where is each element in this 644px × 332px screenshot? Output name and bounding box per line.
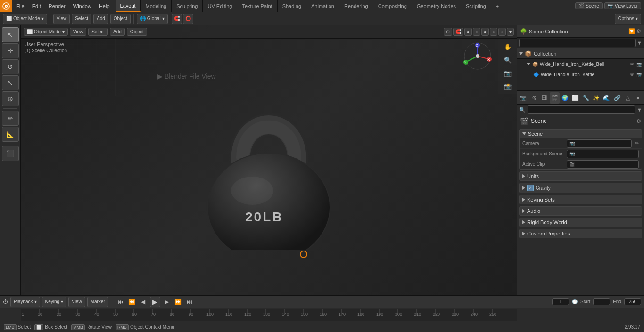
vp-shading-solid[interactable]: ● [481, 28, 489, 36]
vp-object-btn[interactable]: Object [127, 28, 147, 36]
outliner-item-kettle[interactable]: 🔷 Wide_Handle_Iron_Kettle 👁 📷 [517, 69, 644, 80]
prop-icon-particles[interactable]: ✨ [591, 92, 601, 104]
outliner-item-kettlebell[interactable]: 📦 Wide_Handle_Iron_Kettle_Bell 👁 📷 [517, 59, 644, 69]
item-vis-icon[interactable]: 👁 [630, 62, 635, 67]
tab-animation[interactable]: Animation [306, 0, 339, 12]
prop-icon-view-layer[interactable]: 🎞 [539, 92, 549, 104]
tool-scale[interactable]: ⤡ [2, 75, 19, 90]
vp-shading-mat[interactable]: ● [490, 28, 497, 36]
tool-rotate[interactable]: ↺ [2, 59, 19, 74]
item-render-icon[interactable]: 📷 [636, 62, 642, 67]
scene-section-options[interactable]: ⚙ [636, 118, 641, 124]
tool-move[interactable]: ✛ [2, 43, 19, 58]
tab-add[interactable]: + [491, 0, 504, 12]
units-section-header[interactable]: Units [520, 172, 642, 180]
prop-icon-render[interactable]: 📷 [518, 92, 528, 104]
gravity-checkbox[interactable]: ✓ [527, 185, 534, 191]
menu-file[interactable]: File [12, 0, 28, 12]
jump-start-btn[interactable]: ⏮ [116, 297, 125, 307]
add-btn[interactable]: Add [93, 14, 108, 24]
bg-scene-value[interactable]: 📷 [567, 150, 639, 158]
prop-icon-constraints[interactable]: 🔗 [612, 92, 622, 104]
marker-btn[interactable]: Marker [87, 297, 108, 307]
viewport-gizmo[interactable]: Z X Y [461, 40, 494, 73]
timeline-view-btn[interactable]: View [68, 297, 85, 307]
vp-view-btn[interactable]: View [70, 28, 87, 36]
vp-shading-render[interactable]: ● [498, 28, 506, 36]
outliner-search-input[interactable] [519, 39, 636, 47]
prop-icon-modifier[interactable]: 🔧 [581, 92, 591, 104]
options-btn[interactable]: Options ▾ [615, 14, 641, 24]
start-frame[interactable]: 1 [593, 298, 610, 305]
vp-shading-wire[interactable]: ○ [473, 28, 480, 36]
tool-annotate[interactable]: ✏ [2, 111, 19, 126]
menu-edit[interactable]: Edit [28, 0, 45, 12]
view-btn[interactable]: View [53, 14, 70, 24]
tool-add-cube[interactable]: ⬛ [2, 146, 19, 161]
vp-camera-icon[interactable]: 📷 [501, 67, 515, 79]
view-layer-selector[interactable]: 📷 View Layer [604, 2, 641, 9]
item2-render-icon[interactable]: 📷 [636, 72, 642, 77]
menu-render[interactable]: Render [45, 0, 69, 12]
prop-icon-material[interactable]: ● [633, 92, 643, 104]
keying-btn[interactable]: Keying ▾ [42, 297, 67, 307]
snap-toggle[interactable]: 🧲 [172, 14, 182, 24]
tab-shading[interactable]: Shading [278, 0, 306, 12]
vp-display-btn[interactable]: ● [464, 28, 472, 36]
item2-vis-icon[interactable]: 👁 [630, 72, 635, 77]
vp-screenshot-icon[interactable]: 📸 [501, 80, 515, 92]
end-frame[interactable]: 250 [624, 298, 641, 305]
prop-icon-scene[interactable]: 🎬 [550, 92, 560, 104]
custom-props-header[interactable]: Custom Properties [520, 229, 642, 238]
viewport-3d[interactable]: ⬜ Object Mode ▾ View Select Add Object ⊙… [21, 25, 517, 295]
audio-section-header[interactable]: Audio [520, 207, 642, 215]
keying-sets-header[interactable]: Keying Sets [520, 195, 642, 204]
outliner-filter-icon[interactable]: ▼ [637, 40, 642, 46]
tab-layout[interactable]: Layout [116, 0, 141, 12]
tab-compositing[interactable]: Compositing [373, 0, 412, 12]
prop-icon-output[interactable]: 🖨 [528, 92, 538, 104]
tab-rendering[interactable]: Rendering [339, 0, 373, 12]
vp-select-btn[interactable]: Select [88, 28, 108, 36]
tool-transform[interactable]: ⊕ [2, 91, 19, 106]
prop-icon-object[interactable]: ⬜ [570, 92, 580, 104]
menu-help[interactable]: Help [95, 0, 114, 12]
rigid-body-header[interactable]: Rigid Body World [520, 218, 642, 227]
next-frame-btn[interactable]: ⏩ [173, 297, 183, 307]
next-keyframe-btn[interactable]: ▶ [162, 297, 172, 307]
tab-modeling[interactable]: Modeling [141, 0, 172, 12]
vp-add-btn[interactable]: Add [110, 28, 125, 36]
prop-icon-data[interactable]: △ [623, 92, 633, 104]
vp-options-btn[interactable]: ▾ [507, 28, 514, 36]
prop-icon-world[interactable]: 🌍 [560, 92, 570, 104]
outliner-filter-btn[interactable]: 🔽 [628, 28, 635, 34]
active-clip-value[interactable]: 🎬 [567, 160, 639, 169]
scene-section-header[interactable]: Scene [520, 130, 642, 138]
prop-filter-input[interactable] [528, 105, 635, 114]
object-btn[interactable]: Object [110, 14, 131, 24]
scene-selector[interactable]: 🎬 Scene [575, 2, 602, 9]
prev-keyframe-btn[interactable]: ◀ [139, 297, 148, 307]
gravity-section-header[interactable]: ✓ Gravity [520, 183, 642, 193]
vp-hand-icon[interactable]: ✋ [501, 40, 515, 53]
vp-mode-btn[interactable]: ⬜ Object Mode ▾ [24, 28, 68, 36]
tab-uv-editing[interactable]: UV Editing [203, 0, 237, 12]
menu-window[interactable]: Window [69, 0, 95, 12]
tab-scripting[interactable]: Scripting [461, 0, 491, 12]
tool-select[interactable]: ↖ [2, 27, 19, 42]
camera-edit-btn[interactable]: ✏ [635, 140, 639, 146]
prop-icon-physics[interactable]: 🌊 [602, 92, 611, 104]
tab-sculpting[interactable]: Sculpting [172, 0, 203, 12]
prev-frame-btn[interactable]: ⏪ [127, 297, 137, 307]
tool-measure[interactable]: 📐 [2, 127, 19, 142]
outliner-options-btn[interactable]: ⚙ [636, 28, 641, 34]
jump-end-btn[interactable]: ⏭ [185, 297, 194, 307]
timeline-ruler[interactable]: 1 10 20 30 40 50 60 [0, 308, 644, 322]
tab-geometry-nodes[interactable]: Geometry Nodes [412, 0, 461, 12]
transform-selector[interactable]: 🌐 Global ▾ [137, 14, 168, 24]
vp-zoom-icon[interactable]: 🔍 [501, 54, 515, 66]
collection-header[interactable]: 📦 Collection [517, 49, 644, 59]
vp-pivot-icon[interactable]: ⊙ [444, 28, 452, 36]
play-btn[interactable]: ▶ [150, 297, 160, 307]
gravity-checkbox-row[interactable]: ✓ Gravity [527, 185, 551, 191]
